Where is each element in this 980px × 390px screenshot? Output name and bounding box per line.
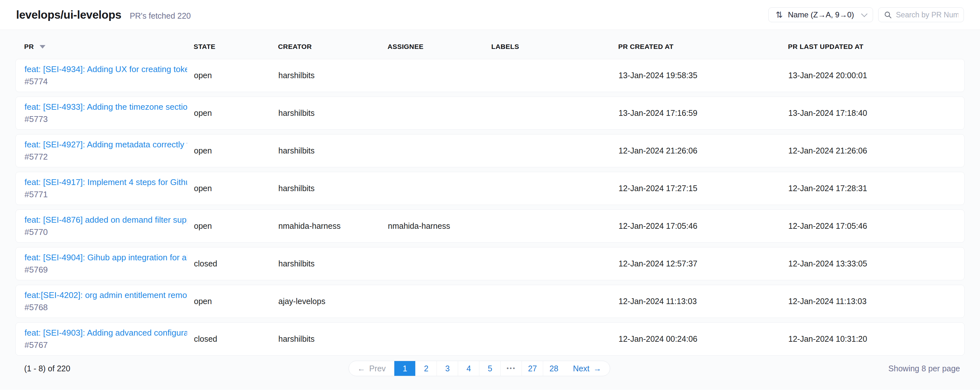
- state-cell: closed: [194, 335, 278, 344]
- pr-title-link[interactable]: feat: [SEI-4904]: Gihub app integration …: [24, 253, 187, 263]
- creator-cell: harshilbits: [278, 184, 388, 193]
- pr-number: #5770: [24, 227, 194, 237]
- creator-cell: harshilbits: [278, 146, 388, 155]
- creator-cell: ajay-levelops: [278, 297, 388, 306]
- updated-at-cell: 12-Jan-2024 17:28:31: [788, 184, 964, 193]
- arrow-right-icon: →: [593, 365, 601, 373]
- search-box[interactable]: [878, 7, 964, 22]
- pr-title-link[interactable]: feat: [SEI-4903]: Adding advanced config…: [24, 328, 187, 338]
- updated-at-cell: 13-Jan-2024 17:18:40: [788, 108, 964, 118]
- table-row: feat:[SEI-4202]: org admin entitlement r…: [16, 285, 964, 318]
- table-row: feat: [SEI-4927]: Adding metadata correc…: [16, 134, 964, 167]
- updated-at-cell: 12-Jan-2024 21:26:06: [788, 146, 964, 155]
- creator-cell: nmahida-harness: [278, 221, 388, 231]
- pagination-ellipsis[interactable]: •••: [501, 361, 522, 376]
- page-button[interactable]: 3: [437, 361, 458, 376]
- column-header-pr[interactable]: PR: [24, 43, 194, 51]
- updown-arrows-icon: ⇅: [776, 11, 783, 19]
- page-button[interactable]: 5: [479, 361, 501, 376]
- column-header-labels: LABELS: [491, 43, 618, 51]
- column-header-state: STATE: [194, 43, 278, 51]
- result-range: (1 - 8) of 220: [24, 364, 70, 373]
- footer-bar: (1 - 8) of 220 ← Prev 12345•••2728 Next …: [16, 361, 964, 376]
- pr-table-zone: PR STATE CREATOR ASSIGNEE LABELS PR CREA…: [0, 30, 980, 390]
- column-header-creator: CREATOR: [278, 43, 388, 51]
- pr-title-link[interactable]: feat: [SEI-4927]: Adding metadata correc…: [24, 140, 187, 150]
- updated-at-cell: 12-Jan-2024 17:05:46: [788, 221, 964, 231]
- column-header-updated-at: PR LAST UPDATED AT: [788, 43, 964, 51]
- column-header-assignee: ASSIGNEE: [388, 43, 491, 51]
- created-at-cell: 12-Jan-2024 21:26:06: [619, 146, 788, 155]
- pr-title-link[interactable]: feat:[SEI-4202]: org admin entitlement r…: [24, 290, 187, 300]
- pr-title-link[interactable]: feat: [SEI-4876] added on demand filter …: [24, 215, 187, 225]
- arrow-left-icon: ←: [357, 365, 365, 373]
- updated-at-cell: 12-Jan-2024 11:13:03: [788, 297, 964, 306]
- updated-at-cell: 12-Jan-2024 13:33:05: [788, 259, 964, 268]
- page-button[interactable]: 27: [522, 361, 543, 376]
- pagination: ← Prev 12345•••2728 Next →: [348, 361, 610, 376]
- updated-at-cell: 13-Jan-2024 20:00:01: [788, 71, 964, 80]
- table-row: feat: [SEI-4934]: Adding UX for creating…: [16, 59, 964, 92]
- created-at-cell: 12-Jan-2024 00:24:06: [619, 335, 788, 344]
- created-at-cell: 13-Jan-2024 17:16:59: [619, 108, 788, 118]
- creator-cell: harshilbits: [278, 71, 388, 80]
- created-at-cell: 13-Jan-2024 19:58:35: [619, 71, 788, 80]
- page-title: levelops/ui-levelops: [16, 8, 121, 21]
- table-row: feat: [SEI-4904]: Gihub app integration …: [16, 247, 964, 280]
- sort-dropdown[interactable]: ⇅ Name (Z→A, 9→0): [768, 7, 873, 22]
- pr-fetched-count: PR's fetched 220: [130, 11, 191, 21]
- created-at-cell: 12-Jan-2024 17:05:46: [619, 221, 788, 231]
- table-row: feat: [SEI-4933]: Adding the timezone se…: [16, 97, 964, 130]
- updated-at-cell: 12-Jan-2024 10:31:20: [788, 335, 964, 344]
- table-header-row: PR STATE CREATOR ASSIGNEE LABELS PR CREA…: [16, 30, 964, 59]
- state-cell: open: [194, 297, 278, 306]
- state-cell: closed: [194, 259, 278, 268]
- pr-number: #5774: [24, 76, 194, 87]
- header-controls: ⇅ Name (Z→A, 9→0): [768, 7, 964, 22]
- column-header-created-at: PR CREATED AT: [618, 43, 788, 51]
- state-cell: open: [194, 146, 278, 155]
- next-page-button[interactable]: Next →: [565, 361, 609, 376]
- pr-cell: feat:[SEI-4202]: org admin entitlement r…: [24, 290, 194, 312]
- pr-cell: feat: [SEI-4876] added on demand filter …: [24, 215, 194, 237]
- pr-cell: feat: [SEI-4934]: Adding UX for creating…: [24, 64, 194, 87]
- chevron-down-icon: [861, 11, 867, 17]
- state-cell: open: [194, 184, 278, 193]
- created-at-cell: 12-Jan-2024 11:13:03: [619, 297, 788, 306]
- top-bar: levelops/ui-levelops PR's fetched 220 ⇅ …: [0, 0, 980, 30]
- pr-number: #5767: [24, 340, 194, 350]
- search-icon: [884, 11, 892, 19]
- creator-cell: harshilbits: [278, 259, 388, 268]
- state-cell: open: [194, 108, 278, 118]
- table-row: feat: [SEI-4917]: Implement 4 steps for …: [16, 172, 964, 205]
- table-body: feat: [SEI-4934]: Adding UX for creating…: [16, 59, 964, 355]
- pr-number: #5769: [24, 265, 194, 275]
- assignee-cell: nmahida-harness: [388, 221, 492, 231]
- state-cell: open: [194, 221, 278, 231]
- pr-number: #5768: [24, 303, 194, 312]
- pr-cell: feat: [SEI-4933]: Adding the timezone se…: [24, 102, 194, 124]
- table-row: feat: [SEI-4903]: Adding advanced config…: [16, 322, 964, 355]
- sort-selected-label: Name (Z→A, 9→0): [788, 10, 854, 19]
- created-at-cell: 12-Jan-2024 12:57:37: [619, 259, 788, 268]
- page-button[interactable]: 1: [394, 361, 415, 376]
- pr-cell: feat: [SEI-4904]: Gihub app integration …: [24, 253, 194, 275]
- pr-number: #5772: [24, 152, 194, 162]
- pr-title-link[interactable]: feat: [SEI-4933]: Adding the timezone se…: [24, 102, 187, 112]
- pr-cell: feat: [SEI-4917]: Implement 4 steps for …: [24, 177, 194, 200]
- search-input[interactable]: [896, 11, 958, 19]
- caret-down-icon: [40, 45, 45, 49]
- table-row: feat: [SEI-4876] added on demand filter …: [16, 209, 964, 243]
- pr-title-link[interactable]: feat: [SEI-4934]: Adding UX for creating…: [24, 64, 187, 75]
- pr-number: #5771: [24, 190, 194, 200]
- page-button[interactable]: 4: [458, 361, 479, 376]
- pr-title-link[interactable]: feat: [SEI-4917]: Implement 4 steps for …: [24, 177, 187, 187]
- state-cell: open: [194, 71, 278, 80]
- page-button[interactable]: 2: [415, 361, 437, 376]
- pr-cell: feat: [SEI-4903]: Adding advanced config…: [24, 328, 194, 350]
- page-button[interactable]: 28: [543, 361, 565, 376]
- pr-cell: feat: [SEI-4927]: Adding metadata correc…: [24, 140, 194, 162]
- title-group: levelops/ui-levelops PR's fetched 220: [16, 8, 191, 21]
- prev-page-button[interactable]: ← Prev: [349, 361, 394, 376]
- per-page-indicator: Showing 8 per page: [889, 364, 960, 373]
